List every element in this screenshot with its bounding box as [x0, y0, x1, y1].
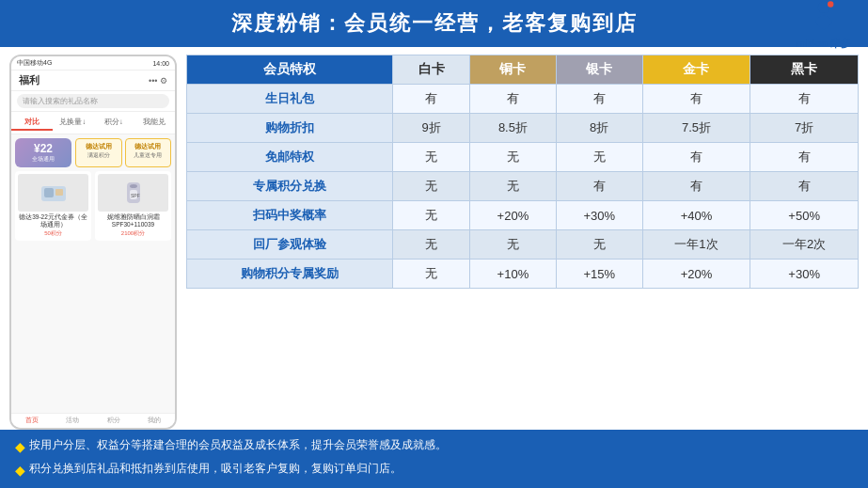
page-wrapper: 深度粉销：会员统一经营，老客复购到店 midoo 米多 中国移动4G 14:00… [0, 0, 868, 488]
product-points-1: 50积分 [18, 229, 88, 238]
cell-tour-black: 一年2次 [750, 230, 859, 260]
table-row: 回厂参观体验 无 无 无 一年1次 一年2次 [187, 230, 859, 260]
footer-item-2: ◆ 积分兑换到店礼品和抵扣券到店使用，吸引老客户复购，复购订单归门店。 [15, 459, 853, 482]
product-img-1 [18, 174, 88, 212]
coupon-card-main: ¥22 全场通用 [15, 138, 71, 167]
svg-rect-3 [44, 188, 54, 197]
product-name-1: 德达39-22元代金券（全场通用） [18, 213, 88, 228]
bottom-nav-mine[interactable]: 我的 [134, 417, 176, 425]
phone-status-bar: 中国移动4G 14:00 [11, 56, 175, 71]
cell-tour-gold: 一年1次 [642, 230, 750, 260]
col-header-white: 白卡 [393, 55, 470, 85]
feature-shopping-bonus: 购物积分专属奖励 [187, 260, 393, 289]
cell-scan-silver: +30% [556, 201, 642, 230]
cell-bonus-black: +30% [750, 260, 859, 289]
bottom-nav-points[interactable]: 积分 [93, 417, 134, 425]
cell-epoints-silver: 有 [556, 172, 642, 201]
coupon-small-2: 德达试用 儿童送专用 [125, 138, 172, 167]
phone-search-bar: 请输入搜索的礼品名称 [17, 94, 169, 108]
cell-epoints-bronze: 无 [470, 172, 557, 201]
product-name-2: 妮维雅防晒白润霜SPF30+110039 [98, 213, 168, 228]
logo-icon [805, 0, 843, 35]
time-text: 14:00 [152, 60, 169, 67]
bottom-nav-home[interactable]: 首页 [11, 417, 53, 425]
coupon-desc: 全场通用 [19, 155, 68, 164]
phone-nav-title: 福利 [19, 73, 39, 87]
table-row: 购物积分专属奖励 无 +10% +15% +20% +30% [187, 260, 859, 289]
table-row: 免邮特权 无 无 无 有 有 [187, 143, 859, 172]
page-title: 深度粉销：会员统一经营，老客复购到店 [231, 11, 638, 35]
col-header-black: 黑卡 [750, 55, 859, 85]
table-row: 生日礼包 有 有 有 有 有 [187, 85, 859, 114]
cell-freeship-silver: 无 [556, 143, 642, 172]
table-body: 生日礼包 有 有 有 有 有 购物折扣 9折 8.5折 8折 7.5折 7折 [187, 85, 859, 289]
cell-epoints-black: 有 [750, 172, 859, 201]
logo-text: midoo 米多 [797, 37, 851, 51]
phone-tabs: 对比 兑换量↓ 积分↓ 我能兑 [11, 112, 175, 134]
footer-text-1: 按用户分层、权益分等搭建合理的会员权益及成长体系，提升会员荣誉感及成就感。 [29, 435, 447, 456]
main-content: 中国移动4G 14:00 福利 ••• ⚙ 请输入搜索的礼品名称 对比 兑换量↓… [0, 47, 868, 430]
product-svg-1 [39, 179, 68, 207]
col-header-silver: 银卡 [556, 55, 642, 85]
footer-text-2: 积分兑换到店礼品和抵扣券到店使用，吸引老客户复购，复购订单归门店。 [29, 459, 402, 480]
search-placeholder: 请输入搜索的礼品名称 [23, 97, 98, 105]
feature-scan-prize: 扫码中奖概率 [187, 201, 393, 230]
col-header-bronze: 铜卡 [470, 55, 557, 85]
product-row: 德达39-22元代金券（全场通用） 50积分 SPF 妮维雅防 [15, 171, 171, 241]
feature-birthday: 生日礼包 [187, 85, 393, 114]
footer-bullet-1: ◆ [15, 435, 25, 459]
coupon-row: ¥22 全场通用 德达试用 满返积分 德达试用 儿童送专用 [15, 138, 171, 167]
cell-scan-white: 无 [393, 201, 470, 230]
cell-birthday-gold: 有 [642, 85, 750, 114]
cell-bonus-white: 无 [393, 260, 470, 289]
phone-nav-icons: ••• ⚙ [149, 76, 167, 86]
cell-discount-silver: 8折 [556, 114, 642, 143]
table-row: 购物折扣 9折 8.5折 8折 7.5折 7折 [187, 114, 859, 143]
table-row: 专属积分兑换 无 无 有 有 有 [187, 172, 859, 201]
phone-nav: 福利 ••• ⚙ [11, 71, 175, 91]
tab-exchange-volume[interactable]: 兑换量↓ [53, 115, 94, 131]
feature-factory-tour: 回厂参观体验 [187, 230, 393, 260]
cell-bonus-silver: +15% [556, 260, 642, 289]
cell-birthday-bronze: 有 [470, 85, 557, 114]
cell-birthday-silver: 有 [556, 85, 642, 114]
feature-discount: 购物折扣 [187, 114, 393, 143]
tab-compare[interactable]: 对比 [11, 115, 53, 131]
coupon-amount: ¥22 [19, 142, 68, 155]
cell-freeship-white: 无 [393, 143, 470, 172]
bottom-nav-activity[interactable]: 活动 [53, 417, 94, 425]
cell-freeship-gold: 有 [642, 143, 750, 172]
table-header: 会员特权 白卡 铜卡 银卡 金卡 黑卡 [187, 55, 859, 85]
cell-freeship-bronze: 无 [470, 143, 557, 172]
svg-point-1 [828, 1, 833, 7]
cell-discount-black: 7折 [750, 114, 859, 143]
product-points-2: 2100积分 [98, 229, 168, 238]
coupon-group: 德达试用 满返积分 德达试用 儿童送专用 [75, 138, 171, 167]
col-header-gold: 金卡 [642, 55, 750, 85]
privilege-table: 会员特权 白卡 铜卡 银卡 金卡 黑卡 生日礼包 有 有 有 有 [186, 55, 859, 289]
cell-birthday-black: 有 [750, 85, 859, 114]
cell-scan-bronze: +20% [470, 201, 557, 230]
cell-scan-black: +50% [750, 201, 859, 230]
svg-rect-4 [55, 189, 63, 196]
cell-scan-gold: +40% [642, 201, 750, 230]
product-item-1: 德达39-22元代金券（全场通用） 50积分 [15, 171, 91, 241]
phone-mockup: 中国移动4G 14:00 福利 ••• ⚙ 请输入搜索的礼品名称 对比 兑换量↓… [9, 55, 177, 430]
product-img-2: SPF [98, 174, 168, 212]
feature-freeship: 免邮特权 [187, 143, 393, 172]
cell-bonus-gold: +20% [642, 260, 750, 289]
footer-bullet-2: ◆ [15, 459, 25, 482]
cell-tour-white: 无 [393, 230, 470, 260]
cell-epoints-white: 无 [393, 172, 470, 201]
tab-points[interactable]: 积分↓ [93, 115, 134, 131]
header: 深度粉销：会员统一经营，老客复购到店 midoo 米多 [0, 0, 868, 47]
product-item-2: SPF 妮维雅防晒白润霜SPF30+110039 2100积分 [95, 171, 171, 241]
logo-area: midoo 米多 [797, 0, 851, 51]
cell-discount-white: 9折 [393, 114, 470, 143]
cell-bonus-bronze: +10% [470, 260, 557, 289]
tab-redeemable[interactable]: 我能兑 [134, 115, 176, 131]
coupon-small-1: 德达试用 满返积分 [75, 138, 122, 167]
product-svg-2: SPF [119, 179, 148, 207]
cell-tour-bronze: 无 [470, 230, 557, 260]
svg-text:SPF: SPF [131, 193, 140, 198]
